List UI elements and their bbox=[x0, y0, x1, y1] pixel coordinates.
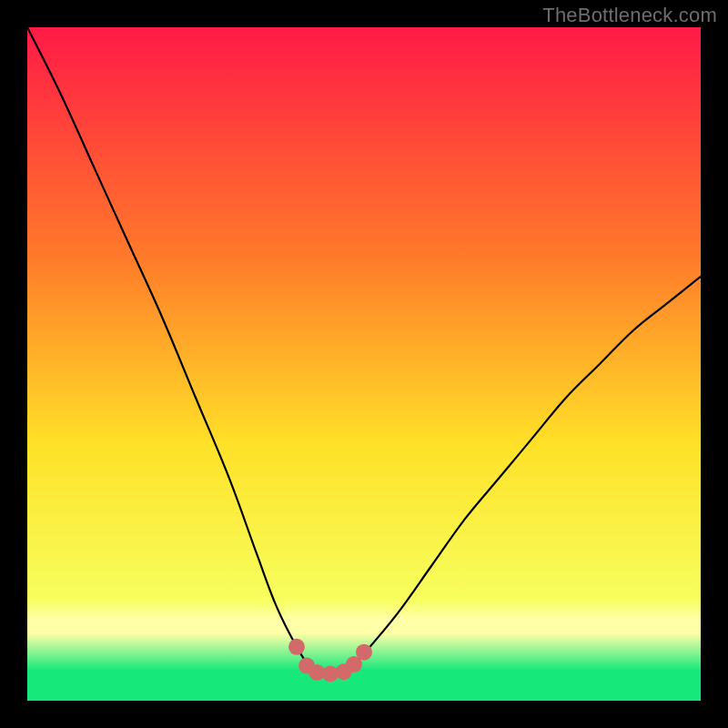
chart-svg bbox=[27, 27, 701, 701]
viewport: TheBottleneck.com bbox=[0, 0, 728, 728]
watermark-text: TheBottleneck.com bbox=[542, 4, 717, 27]
plot-area bbox=[27, 27, 701, 701]
optimal-marker bbox=[288, 639, 305, 655]
optimal-marker bbox=[356, 644, 372, 661]
